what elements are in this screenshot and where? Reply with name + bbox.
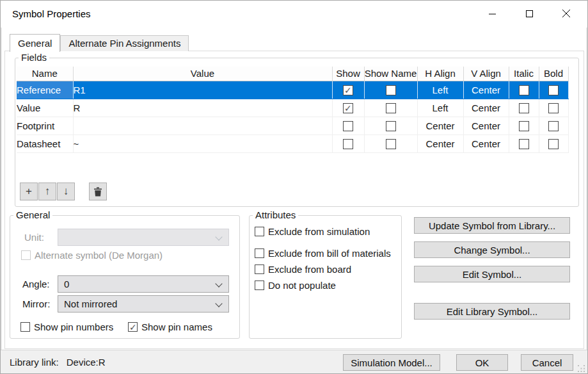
maximize-button[interactable] xyxy=(511,2,548,25)
bold-checkbox[interactable] xyxy=(548,85,559,95)
field-row-footprint[interactable]: Footprint Center Center xyxy=(17,117,568,134)
do-not-populate-row: Do not populate xyxy=(255,280,336,291)
tab-alternate-pin-assignments[interactable]: Alternate Pin Assignments xyxy=(60,35,189,51)
cell-value[interactable]: R xyxy=(73,99,332,117)
show-pin-numbers-checkbox[interactable] xyxy=(20,322,30,332)
cell-value[interactable]: ~ xyxy=(73,134,332,152)
exclude-board-checkbox[interactable] xyxy=(255,264,264,274)
close-button[interactable] xyxy=(548,2,585,25)
cell-h-align[interactable]: Left xyxy=(417,99,463,117)
cell-h-align[interactable]: Center xyxy=(417,117,463,134)
cell-h-align[interactable]: Center xyxy=(417,134,463,152)
tab-general[interactable]: General xyxy=(10,34,60,52)
field-row-value[interactable]: Value R Left Center xyxy=(17,99,568,117)
cell-show[interactable] xyxy=(332,99,364,117)
bold-checkbox[interactable] xyxy=(548,121,559,131)
cell-show-name[interactable] xyxy=(364,81,417,99)
cell-value[interactable] xyxy=(73,117,332,134)
library-link-label: Library link: xyxy=(10,357,59,368)
column-header-italic[interactable]: Italic xyxy=(509,67,539,81)
exclude-simulation-checkbox[interactable] xyxy=(255,227,264,236)
show-name-checkbox[interactable] xyxy=(386,139,396,149)
move-down-button[interactable]: ↓ xyxy=(57,183,75,200)
angle-select[interactable]: 0 xyxy=(58,275,229,293)
show-name-checkbox[interactable] xyxy=(386,121,396,131)
show-checkbox[interactable] xyxy=(343,103,353,113)
ok-button[interactable]: OK xyxy=(456,354,508,371)
column-header-name[interactable]: Name xyxy=(17,67,73,81)
do-not-populate-checkbox[interactable] xyxy=(255,280,264,290)
arrow-up-icon: ↑ xyxy=(45,185,51,198)
fields-toolbar: + ↑ ↓ xyxy=(20,183,107,200)
cell-show[interactable] xyxy=(332,117,364,134)
angle-value: 0 xyxy=(64,276,69,292)
field-row-datasheet[interactable]: Datasheet ~ Center Center xyxy=(17,134,568,152)
minimize-button[interactable] xyxy=(473,2,511,25)
show-name-checkbox[interactable] xyxy=(386,103,396,113)
cell-h-align[interactable]: Left xyxy=(417,81,463,99)
cell-italic[interactable] xyxy=(509,134,539,152)
do-not-populate-label: Do not populate xyxy=(268,280,336,291)
italic-checkbox[interactable] xyxy=(519,103,529,113)
cell-italic[interactable] xyxy=(509,117,539,134)
resize-grip-dots xyxy=(578,365,579,366)
cell-v-align[interactable]: Center xyxy=(463,117,509,134)
cell-show-name[interactable] xyxy=(364,99,417,117)
tab-bar: General Alternate Pin Assignments xyxy=(10,34,189,51)
italic-checkbox[interactable] xyxy=(519,85,529,95)
column-header-bold[interactable]: Bold xyxy=(539,67,568,81)
mirror-value: Not mirrored xyxy=(64,296,117,312)
cell-name[interactable]: Value xyxy=(17,99,73,117)
general-group: General Unit: Alternate symbol (De Morga… xyxy=(10,215,240,339)
italic-checkbox[interactable] xyxy=(519,139,529,149)
resize-grip[interactable] xyxy=(577,364,585,372)
add-field-button[interactable]: + xyxy=(20,183,38,200)
exclude-bom-checkbox[interactable] xyxy=(255,248,264,258)
show-checkbox[interactable] xyxy=(343,121,353,131)
cell-v-align[interactable]: Center xyxy=(463,81,509,99)
cell-v-align[interactable]: Center xyxy=(463,99,509,117)
edit-library-symbol-button[interactable]: Edit Library Symbol... xyxy=(414,303,570,320)
cell-name[interactable]: Reference xyxy=(17,81,73,99)
cancel-button[interactable]: Cancel xyxy=(521,354,573,371)
cell-bold[interactable] xyxy=(539,81,568,99)
cell-bold[interactable] xyxy=(539,99,568,117)
column-header-v-align[interactable]: V Align xyxy=(463,67,509,81)
cell-italic[interactable] xyxy=(509,81,539,99)
bold-checkbox[interactable] xyxy=(548,139,559,149)
italic-checkbox[interactable] xyxy=(519,121,529,131)
plus-icon: + xyxy=(26,185,32,198)
cell-show[interactable] xyxy=(332,134,364,152)
cell-italic[interactable] xyxy=(509,99,539,117)
general-group-label: General xyxy=(13,209,52,220)
update-symbol-from-library-button[interactable]: Update Symbol from Library... xyxy=(414,217,570,234)
unit-label: Unit: xyxy=(24,232,44,243)
cell-value[interactable]: R1 xyxy=(73,81,332,99)
field-row-reference[interactable]: Reference R1 Left Center xyxy=(17,81,568,99)
move-up-button[interactable]: ↑ xyxy=(38,183,56,200)
cell-show[interactable] xyxy=(332,81,364,99)
column-header-show[interactable]: Show xyxy=(332,67,364,81)
cell-name[interactable]: Footprint xyxy=(17,117,73,134)
show-name-checkbox[interactable] xyxy=(386,85,396,95)
column-header-h-align[interactable]: H Align xyxy=(417,67,463,81)
cell-bold[interactable] xyxy=(539,117,568,134)
cell-v-align[interactable]: Center xyxy=(463,134,509,152)
delete-field-button[interactable] xyxy=(89,183,107,200)
cell-show-name[interactable] xyxy=(364,117,417,134)
cell-show-name[interactable] xyxy=(364,134,417,152)
mirror-select[interactable]: Not mirrored xyxy=(58,295,229,313)
bold-checkbox[interactable] xyxy=(548,103,559,113)
show-checkbox[interactable] xyxy=(343,85,353,95)
minimize-icon xyxy=(488,10,497,18)
cell-name[interactable]: Datasheet xyxy=(17,134,73,152)
column-header-show-name[interactable]: Show Name xyxy=(364,67,417,81)
fields-table: Name Value Show Show Name H Align V Alig… xyxy=(17,67,569,153)
column-header-value[interactable]: Value xyxy=(73,67,332,81)
edit-symbol-button[interactable]: Edit Symbol... xyxy=(414,266,570,282)
show-checkbox[interactable] xyxy=(343,139,353,149)
change-symbol-button[interactable]: Change Symbol... xyxy=(414,241,570,258)
cell-bold[interactable] xyxy=(539,134,568,152)
simulation-model-button[interactable]: Simulation Model... xyxy=(343,354,440,371)
show-pin-names-checkbox[interactable] xyxy=(128,322,138,332)
